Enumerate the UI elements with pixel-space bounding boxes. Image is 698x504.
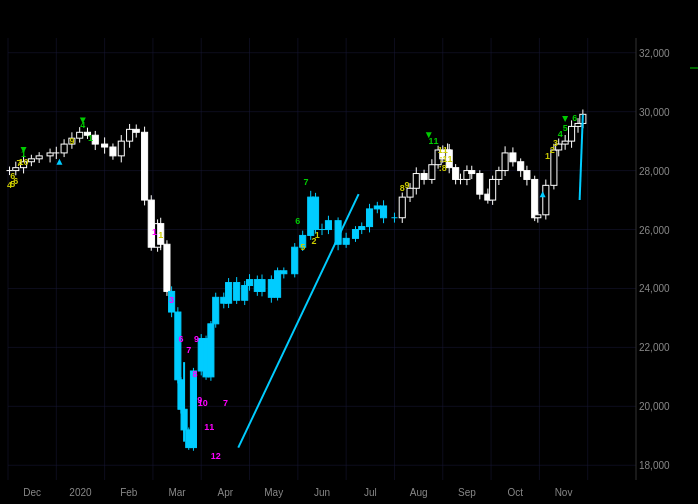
chart-container [0,0,698,504]
current-price-label [690,67,698,69]
price-chart [0,0,698,504]
